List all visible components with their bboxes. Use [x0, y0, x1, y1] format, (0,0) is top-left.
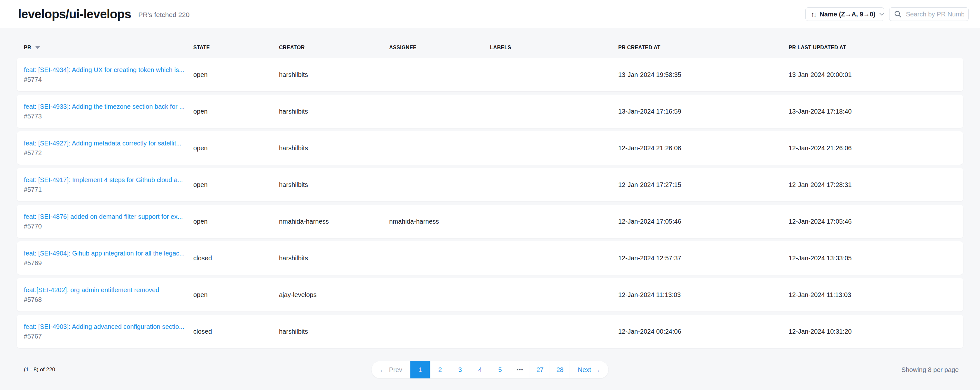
updated-at-cell: 12-Jan-2024 17:05:46 — [789, 218, 956, 225]
creator-cell: ajay-levelops — [279, 291, 389, 299]
sort-order-icon: ↑↓ — [811, 11, 816, 18]
main-content: PR STATE CREATOR ASSIGNEE LABELS PR CREA… — [0, 28, 980, 379]
arrow-left-icon: ← — [379, 366, 386, 374]
search-box — [889, 7, 969, 21]
state-cell: closed — [193, 328, 279, 335]
pr-title-link[interactable]: feat: [SEI-4903]: Adding advanced config… — [24, 323, 193, 330]
per-page-label: Showing 8 per page — [901, 366, 959, 374]
state-cell: open — [193, 71, 279, 79]
updated-at-cell: 12-Jan-2024 10:31:20 — [789, 328, 956, 335]
pr-number: #5769 — [24, 259, 193, 267]
column-header-assignee: ASSIGNEE — [389, 45, 490, 51]
table-row: feat: [SEI-4904]: Gihub app integration … — [17, 241, 963, 275]
top-bar: levelops/ui-levelops PR's fetched 220 ↑↓… — [0, 0, 980, 28]
table-row: feat: [SEI-4903]: Adding advanced config… — [17, 315, 963, 348]
assignee-cell: nmahida-harness — [389, 218, 490, 225]
state-cell: open — [193, 218, 279, 225]
creator-cell: harshilbits — [279, 181, 389, 189]
search-input[interactable] — [906, 11, 964, 18]
pagination-page-4[interactable]: 4 — [470, 361, 490, 379]
created-at-cell: 12-Jan-2024 17:05:46 — [618, 218, 789, 225]
pr-cell: feat: [SEI-4903]: Adding advanced config… — [24, 323, 193, 340]
pr-cell: feat: [SEI-4934]: Adding UX for creating… — [24, 66, 193, 83]
created-at-cell: 12-Jan-2024 12:57:37 — [618, 255, 789, 262]
created-at-cell: 12-Jan-2024 11:13:03 — [618, 291, 789, 299]
creator-cell: harshilbits — [279, 328, 389, 335]
updated-at-cell: 13-Jan-2024 17:18:40 — [789, 108, 956, 115]
pr-title-link[interactable]: feat:[SEI-4202]: org admin entitlement r… — [24, 286, 193, 294]
state-cell: open — [193, 108, 279, 115]
table-footer: (1 - 8) of 220 ← Prev 1 2 3 4 5 ••• 27 2… — [17, 361, 963, 379]
pr-number: #5767 — [24, 333, 193, 340]
table-row: feat: [SEI-4927]: Adding metadata correc… — [17, 131, 963, 165]
pr-title-link[interactable]: feat: [SEI-4917]: Implement 4 steps for … — [24, 176, 193, 184]
column-header-pr[interactable]: PR — [24, 45, 193, 51]
updated-at-cell: 12-Jan-2024 17:28:31 — [789, 181, 956, 189]
pr-number: #5772 — [24, 149, 193, 157]
pr-title-link[interactable]: feat: [SEI-4904]: Gihub app integration … — [24, 250, 193, 257]
creator-cell: harshilbits — [279, 71, 389, 79]
pr-cell: feat: [SEI-4904]: Gihub app integration … — [24, 250, 193, 267]
pagination-ellipsis[interactable]: ••• — [510, 361, 530, 379]
state-cell: open — [193, 181, 279, 189]
pagination-page-1[interactable]: 1 — [410, 361, 430, 379]
column-header-pr-last-updated-at: PR LAST UPDATED AT — [789, 45, 956, 51]
created-at-cell: 13-Jan-2024 17:16:59 — [618, 108, 789, 115]
pagination-page-2[interactable]: 2 — [430, 361, 450, 379]
table-body: feat: [SEI-4934]: Adding UX for creating… — [17, 58, 963, 348]
pr-number: #5773 — [24, 113, 193, 120]
pr-cell: feat:[SEI-4202]: org admin entitlement r… — [24, 286, 193, 303]
next-button[interactable]: Next → — [570, 361, 609, 379]
page-title: levelops/ui-levelops — [18, 7, 131, 21]
table-row: feat: [SEI-4876] added on demand filter … — [17, 205, 963, 238]
created-at-cell: 13-Jan-2024 19:58:35 — [618, 71, 789, 79]
state-cell: open — [193, 291, 279, 299]
pr-number: #5774 — [24, 76, 193, 83]
sort-dropdown[interactable]: ↑↓ Name (Z→A, 9→0) — [805, 7, 884, 21]
sort-caret-icon — [35, 46, 40, 49]
pr-cell: feat: [SEI-4927]: Adding metadata correc… — [24, 140, 193, 157]
column-header-labels: LABELS — [490, 45, 618, 51]
creator-cell: harshilbits — [279, 255, 389, 262]
pr-number: #5770 — [24, 223, 193, 230]
created-at-cell: 12-Jan-2024 17:27:15 — [618, 181, 789, 189]
creator-cell: nmahida-harness — [279, 218, 389, 225]
state-cell: closed — [193, 255, 279, 262]
pr-title-link[interactable]: feat: [SEI-4927]: Adding metadata correc… — [24, 140, 193, 147]
pr-number: #5771 — [24, 186, 193, 193]
column-header-state: STATE — [193, 45, 279, 51]
state-cell: open — [193, 144, 279, 152]
table-row: feat: [SEI-4933]: Adding the timezone se… — [17, 95, 963, 128]
prev-button[interactable]: ← Prev — [371, 361, 410, 379]
pagination: ← Prev 1 2 3 4 5 ••• 27 28 Next → — [371, 361, 608, 379]
pr-number: #5768 — [24, 296, 193, 303]
updated-at-cell: 12-Jan-2024 13:33:05 — [789, 255, 956, 262]
column-header-pr-created-at: PR CREATED AT — [618, 45, 789, 51]
pagination-page-5[interactable]: 5 — [490, 361, 510, 379]
search-icon — [894, 10, 902, 18]
chevron-down-icon — [879, 13, 884, 16]
table-row: feat: [SEI-4934]: Adding UX for creating… — [17, 58, 963, 91]
created-at-cell: 12-Jan-2024 00:24:06 — [618, 328, 789, 335]
created-at-cell: 12-Jan-2024 21:26:06 — [618, 144, 789, 152]
pr-title-link[interactable]: feat: [SEI-4876] added on demand filter … — [24, 213, 193, 220]
pagination-page-28[interactable]: 28 — [550, 361, 570, 379]
pr-cell: feat: [SEI-4933]: Adding the timezone se… — [24, 103, 193, 120]
creator-cell: harshilbits — [279, 108, 389, 115]
sort-dropdown-label: Name (Z→A, 9→0) — [819, 11, 875, 18]
updated-at-cell: 12-Jan-2024 11:13:03 — [789, 291, 956, 299]
table-row: feat:[SEI-4202]: org admin entitlement r… — [17, 278, 963, 311]
updated-at-cell: 13-Jan-2024 20:00:01 — [789, 71, 956, 79]
fetched-count-label: PR's fetched 220 — [138, 11, 189, 19]
pr-title-link[interactable]: feat: [SEI-4933]: Adding the timezone se… — [24, 103, 193, 110]
updated-at-cell: 12-Jan-2024 21:26:06 — [789, 144, 956, 152]
creator-cell: harshilbits — [279, 144, 389, 152]
pagination-page-27[interactable]: 27 — [530, 361, 550, 379]
pr-cell: feat: [SEI-4876] added on demand filter … — [24, 213, 193, 230]
arrow-right-icon: → — [594, 366, 601, 374]
column-header-creator: CREATOR — [279, 45, 389, 51]
table-header-row: PR STATE CREATOR ASSIGNEE LABELS PR CREA… — [17, 42, 963, 54]
pagination-page-3[interactable]: 3 — [450, 361, 470, 379]
pr-title-link[interactable]: feat: [SEI-4934]: Adding UX for creating… — [24, 66, 193, 74]
pr-cell: feat: [SEI-4917]: Implement 4 steps for … — [24, 176, 193, 193]
